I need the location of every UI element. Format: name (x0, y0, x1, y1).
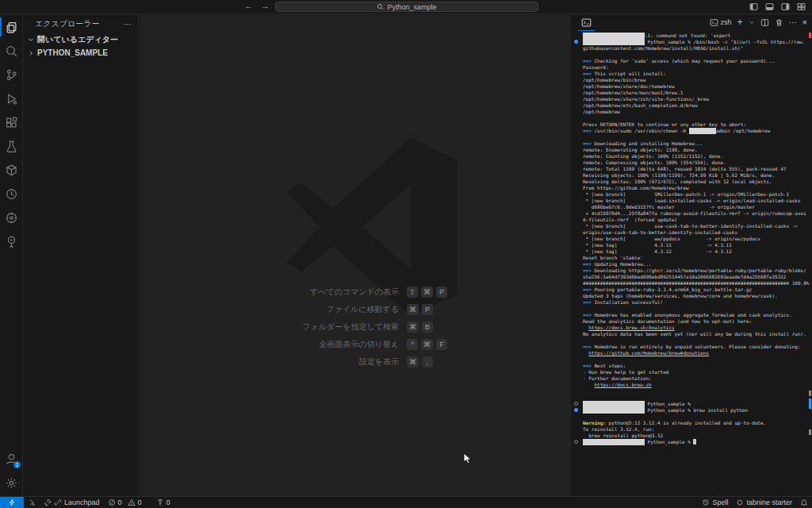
terminal-text: githubusercontent.com/Homebrew/install/H… (583, 45, 743, 51)
section-python-sample[interactable]: PYTHON_SAMPLE (24, 46, 138, 60)
nav-back-icon[interactable]: ← (244, 1, 253, 10)
shortcut-row: フォルダーを指定して検索⌘B (140, 318, 571, 336)
debug-status-item[interactable] (24, 497, 40, 508)
redaction-box (583, 39, 645, 45)
tabnine-status-item[interactable]: tabnine starter (732, 497, 796, 508)
terminal-text: ==> (583, 58, 594, 64)
terminal-line: ==> This script will install: (572, 71, 812, 77)
terminal-output[interactable]: :1: command not found: 'export Python_sa… (572, 33, 812, 477)
problems-status-item[interactable]: 0 0 (104, 497, 146, 508)
chevron-down-icon[interactable] (749, 19, 755, 25)
package-activity-button[interactable] (0, 158, 23, 182)
ports-status-item[interactable]: 0 (152, 497, 174, 508)
shell-indicator[interactable]: zsh (710, 18, 732, 27)
terminal-line: * [new tag] 4.3.11 -> 4.3.11 (572, 242, 812, 248)
launchpad-status-item[interactable]: Launchpad (40, 497, 104, 508)
command-marker-hollow-icon[interactable] (574, 402, 578, 406)
sidebar-title: エクスプローラー (35, 18, 99, 29)
terminal-text: admin /opt/homebrew (716, 128, 771, 133)
terminal-line: * [new tag] 4.3.12 -> 4.3.12 (572, 248, 812, 255)
terminal-text: No analytics data has been sent yet (nor… (583, 331, 806, 337)
shell-label: zsh (721, 18, 732, 26)
command-marker-icon[interactable] (574, 408, 578, 412)
link-icon (54, 498, 62, 506)
scrollbar-mark-error (809, 33, 811, 38)
warning-text: Warning: (583, 420, 606, 425)
extensions-activity-button[interactable] (0, 110, 23, 134)
testing-activity-button[interactable] (0, 134, 23, 158)
section-open-editors[interactable]: 開いているエディター (24, 33, 138, 46)
spell-label: Spell (712, 498, 728, 506)
terminal-text: Read the analytics documentation (and ho… (583, 318, 752, 324)
plant-activity-button[interactable] (0, 229, 23, 253)
explorer-activity-button[interactable] (0, 15, 23, 39)
terminal-line: * [new branch] use-cask-tab-to-better-id… (572, 223, 812, 229)
key-chip: ⌘ (407, 321, 419, 333)
source-control-activity-button[interactable] (0, 63, 23, 87)
history-icon (702, 498, 710, 506)
terminal-link[interactable]: https://docs.brew.sh/Analytics (588, 325, 674, 330)
more-actions-icon[interactable]: ··· (789, 18, 797, 27)
terminal-text: /opt/homebrew/share/zsh/site-functions/_… (583, 96, 709, 102)
shortcut-row: 設定を表示⌘, (140, 353, 571, 371)
trash-icon[interactable] (775, 18, 783, 27)
terminal-line: sha256:1e64d7393d6bed090ebd892514457a10a… (572, 274, 812, 280)
command-marker-icon[interactable] (574, 40, 578, 44)
explorer-sidebar: エクスプローラー ⋯ 開いているエディター PYTHON_SAMPLE (24, 15, 139, 496)
terminal-line (572, 394, 812, 401)
terminal-line: Reset branch 'stable' (572, 255, 812, 261)
accounts-button[interactable]: 1 (0, 447, 23, 471)
terminal-line (572, 337, 812, 344)
watermark-shortcuts: すべてのコマンドの表示⇧⌘Pファイルに移動する⌘Pフォルダーを指定して検索⌘B全… (140, 283, 571, 371)
terminal-line: remote: Counting objects: 100% (1152/115… (572, 153, 812, 160)
more-actions-icon[interactable]: ⋯ (124, 20, 132, 29)
terminal-tab[interactable] (578, 16, 595, 31)
terminal-panel: zsh + ··· × :1: command not found: 'expo… (572, 15, 812, 496)
command-marker-hollow-icon[interactable] (574, 440, 578, 444)
toggle-sidebar-icon[interactable] (749, 2, 758, 11)
settings-button[interactable] (0, 471, 23, 495)
search-activity-button[interactable] (0, 39, 23, 63)
remote-indicator[interactable] (0, 497, 24, 508)
account-badge: 1 (13, 461, 21, 468)
toggle-panel-icon[interactable] (765, 2, 774, 11)
terminal-line: d686be67c6..0ded3157fc master -> origin/… (572, 204, 812, 210)
spell-status-item[interactable]: Spell (698, 497, 732, 508)
key-chip: P (422, 304, 433, 315)
customize-layout-icon[interactable] (797, 2, 806, 11)
mouse-cursor (463, 452, 473, 465)
clock-activity-button[interactable] (0, 182, 23, 206)
key-chip: ^ (407, 339, 418, 350)
terminal-text: remote: Enumerating objects: 1199, done. (583, 147, 698, 152)
terminal-icon (581, 17, 592, 28)
activity-bar: 1 (0, 15, 23, 496)
nav-forward-icon[interactable]: → (261, 1, 270, 10)
circle-icon (736, 498, 744, 506)
terminal-link[interactable]: https://docs.brew.sh (594, 382, 651, 387)
debug-icon (28, 498, 36, 506)
toggle-secondary-sidebar-icon[interactable] (781, 2, 790, 11)
launchpad-label: Launchpad (64, 498, 100, 506)
terminal-text: * [new tag] 4.3.12 -> 4.3.12 (583, 248, 732, 254)
new-terminal-button[interactable]: + (737, 17, 743, 28)
split-terminal-icon[interactable] (760, 18, 769, 27)
notifications-bell[interactable] (796, 497, 812, 508)
command-center-search[interactable]: Python_sample (275, 2, 538, 12)
terminal-line: /opt/homebrew/share/doc/homebrew (572, 83, 812, 90)
run-debug-icon (5, 92, 18, 106)
terminal-text: ==> (583, 287, 594, 292)
close-panel-icon[interactable]: × (802, 17, 807, 27)
terminal-text: remote: Total 1199 (delta 648), reused 1… (583, 166, 786, 171)
run-debug-activity-button[interactable] (0, 87, 23, 110)
terminal-text: /opt/homebrew/etc/bash_completion.d/brew (583, 102, 698, 108)
terminal-text: remote: Compressing objects: 100% (554/5… (583, 160, 726, 165)
terminal-text: * [new branch] SMillerDev-patch-1 -> ori… (583, 191, 789, 197)
shortcut-label: すべてのコマンドの表示 (209, 287, 399, 298)
terminal-text: /usr/bin/sudo /usr/sbin/chown -R (594, 128, 688, 133)
key-chip: ⇧ (407, 287, 418, 298)
remote-tools-activity-button[interactable] (0, 206, 23, 229)
terminal-text: Next steps: (594, 363, 626, 368)
terminal-text: Python_sample % (645, 401, 691, 406)
scrollbar-thumb[interactable] (809, 398, 811, 409)
terminal-link[interactable]: https://github.com/Homebrew/brew#donatio… (588, 350, 709, 356)
